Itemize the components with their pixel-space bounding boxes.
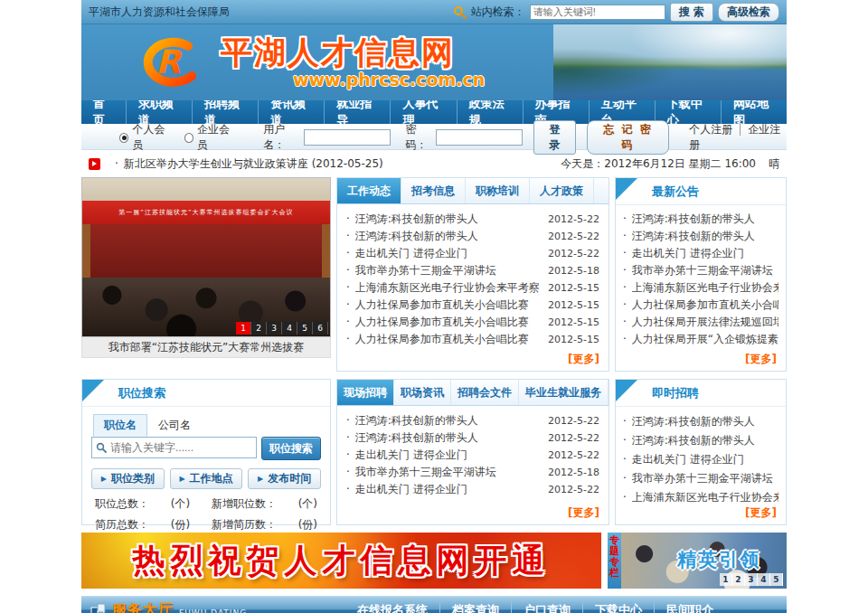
job-search-tab[interactable]: 公司名 bbox=[147, 414, 202, 437]
slideshow-page-button[interactable]: 2 bbox=[251, 322, 267, 335]
nav-item[interactable]: 人事代理 bbox=[391, 100, 457, 124]
announcement-title[interactable]: 汪鸿涛:科技创新的带头人 bbox=[632, 211, 755, 228]
instant-job-title[interactable]: 我市举办第十三期金平湖讲坛 bbox=[632, 469, 773, 488]
footer-link[interactable]: 档案查询 bbox=[440, 602, 512, 613]
footer-link[interactable]: 民间职介 bbox=[655, 602, 725, 613]
news-item[interactable]: · 走出机关门 进得企业门 2012-5-22 bbox=[346, 481, 599, 498]
tab[interactable]: 工作动态 bbox=[337, 178, 401, 203]
tab[interactable]: 人才政策 bbox=[530, 178, 594, 203]
news-title[interactable]: 人力社保局参加市直机关小合唱比赛 bbox=[355, 314, 541, 330]
instant-job-item[interactable]: · 汪鸿涛:科技创新的带头人 bbox=[623, 412, 778, 431]
announcement-item[interactable]: · 汪鸿涛:科技创新的带头人 bbox=[623, 228, 778, 245]
member-type-option[interactable]: 企业会员 bbox=[184, 122, 239, 153]
tab[interactable]: 招聘会文件 bbox=[451, 380, 519, 405]
nav-item[interactable]: 资讯频道 bbox=[259, 100, 325, 124]
personal-register-link[interactable]: 个人注册 bbox=[689, 123, 741, 136]
slideshow-page-button[interactable]: 3 bbox=[267, 322, 282, 335]
more-link[interactable]: [更多] bbox=[745, 353, 777, 365]
announcement-item[interactable]: · 人力社保局参加市直机关小合唱比赛 bbox=[623, 297, 778, 314]
footer-link[interactable]: 户口查询 bbox=[512, 602, 583, 613]
site-logo[interactable]: R bbox=[132, 35, 204, 90]
slideshow-caption[interactable]: 我市部署“江苏技能状元”大赛常州选拔赛 bbox=[81, 337, 331, 358]
announcement-item[interactable]: · 汪鸿涛:科技创新的带头人 bbox=[623, 211, 778, 228]
announcement-item[interactable]: · 上海浦东新区光电子行业协会来平考 bbox=[623, 279, 778, 297]
special-column-photo[interactable]: 精英引领 12345 bbox=[621, 533, 787, 589]
site-search-input[interactable] bbox=[530, 5, 665, 20]
announcement-title[interactable]: 走出机关门 进得企业门 bbox=[632, 245, 744, 262]
nav-item[interactable]: 网站地图 bbox=[722, 100, 787, 124]
announcement-title[interactable]: 人力社保局参加市直机关小合唱比赛 bbox=[632, 297, 778, 314]
news-item[interactable]: · 我市举办第十三期金平湖讲坛 2012-5-18 bbox=[346, 464, 599, 481]
site-search-button[interactable]: 搜 索 bbox=[670, 3, 713, 22]
radio-icon[interactable] bbox=[184, 133, 193, 143]
news-title[interactable]: 我市举办第十三期金平湖讲坛 bbox=[355, 262, 541, 278]
ticker-link[interactable]: 新北区举办大学生创业与就业政策讲座 (2012-05-25) bbox=[124, 156, 383, 172]
instant-job-item[interactable]: · 上海浦东新区光电子行业协会来平考 bbox=[623, 488, 778, 502]
special-column-banner[interactable]: 专题专栏 精英引领 12345 bbox=[608, 533, 787, 589]
news-title[interactable]: 上海浦东新区光电子行业协会来平考察 bbox=[355, 279, 541, 296]
footer-link[interactable]: 下载中心 bbox=[583, 602, 655, 613]
radio-icon[interactable] bbox=[119, 133, 128, 143]
news-item[interactable]: · 我市举办第十三期金平湖讲坛 2012-5-18 bbox=[346, 262, 599, 279]
username-input[interactable] bbox=[304, 129, 391, 146]
news-title[interactable]: 走出机关门 进得企业门 bbox=[355, 245, 541, 261]
more-link[interactable]: [更多] bbox=[568, 353, 599, 365]
more-link[interactable]: [更多] bbox=[568, 506, 599, 519]
news-title[interactable]: 我市举办第十三期金平湖讲坛 bbox=[355, 464, 541, 481]
instant-job-title[interactable]: 汪鸿涛:科技创新的带头人 bbox=[632, 431, 755, 450]
special-column-page-button[interactable]: 1 bbox=[720, 573, 732, 586]
announcement-title[interactable]: 人力社保局开展“入企锻炼提素质” bbox=[632, 331, 778, 348]
nav-item[interactable]: 首页 bbox=[81, 100, 127, 124]
slideshow-page-button[interactable]: 1 bbox=[236, 322, 251, 335]
special-column-page-button[interactable]: 3 bbox=[745, 573, 758, 586]
slideshow-page-button[interactable]: 4 bbox=[282, 322, 297, 335]
news-title[interactable]: 走出机关门 进得企业门 bbox=[355, 481, 541, 498]
news-item[interactable]: · 汪鸿涛:科技创新的带头人 2012-5-22 bbox=[346, 228, 599, 245]
nav-item[interactable]: 就业指导 bbox=[325, 100, 391, 124]
filter-button[interactable]: ▶职位类别 bbox=[91, 468, 165, 489]
news-title[interactable]: 汪鸿涛:科技创新的带头人 bbox=[355, 228, 541, 244]
announcement-item[interactable]: · 我市举办第十三期金平湖讲坛 bbox=[623, 262, 778, 279]
footer-link[interactable]: 在线报名系统 bbox=[345, 602, 440, 613]
slideshow-page-button[interactable]: 6 bbox=[313, 322, 328, 335]
tab[interactable]: 职称培训 bbox=[466, 178, 530, 203]
job-search-tab[interactable]: 职位名 bbox=[93, 414, 147, 437]
special-column-page-button[interactable]: 2 bbox=[732, 573, 745, 586]
member-type-option[interactable]: 个人会员 bbox=[119, 122, 174, 153]
instant-job-item[interactable]: · 走出机关门 进得企业门 bbox=[623, 450, 778, 469]
nav-item[interactable]: 求职频道 bbox=[127, 100, 193, 124]
announcement-title[interactable]: 上海浦东新区光电子行业协会来平考 bbox=[632, 279, 778, 297]
news-title[interactable]: 人力社保局参加市直机关小合唱比赛 bbox=[355, 331, 541, 347]
job-search-button[interactable]: 职位搜索 bbox=[261, 437, 321, 460]
announcement-item[interactable]: · 走出机关门 进得企业门 bbox=[623, 245, 778, 262]
instant-job-title[interactable]: 汪鸿涛:科技创新的带头人 bbox=[632, 412, 755, 431]
announcement-item[interactable]: · 人力社保局开展法律法规巡回培训 bbox=[623, 314, 778, 331]
announcement-title[interactable]: 我市举办第十三期金平湖讲坛 bbox=[632, 262, 773, 279]
news-title[interactable]: 汪鸿涛:科技创新的带头人 bbox=[355, 429, 541, 447]
announcement-item[interactable]: · 人力社保局开展“入企锻炼提素质” bbox=[623, 331, 778, 348]
special-column-page-button[interactable]: 4 bbox=[758, 573, 770, 586]
news-title[interactable]: 汪鸿涛:科技创新的带头人 bbox=[355, 211, 541, 227]
announcement-title[interactable]: 汪鸿涛:科技创新的带头人 bbox=[632, 228, 755, 245]
slideshow-page-button[interactable]: 5 bbox=[297, 322, 313, 335]
instant-job-title[interactable]: 上海浦东新区光电子行业协会来平考 bbox=[632, 488, 778, 502]
password-input[interactable] bbox=[436, 129, 523, 146]
news-item[interactable]: · 走出机关门 进得企业门 2012-5-22 bbox=[346, 245, 599, 262]
news-item[interactable]: · 人力社保局参加市直机关小合唱比赛 2012-5-15 bbox=[346, 297, 599, 314]
advanced-search-button[interactable]: 高级检索 bbox=[718, 3, 779, 22]
instant-job-item[interactable]: · 汪鸿涛:科技创新的带头人 bbox=[623, 431, 778, 450]
tab[interactable]: 现场招聘 bbox=[337, 380, 394, 405]
tab[interactable]: 毕业生就业服务 bbox=[519, 380, 609, 405]
nav-item[interactable]: 招聘频道 bbox=[193, 100, 259, 124]
news-title[interactable]: 人力社保局参加市直机关小合唱比赛 bbox=[355, 297, 541, 313]
news-item[interactable]: · 汪鸿涛:科技创新的带头人 2012-5-22 bbox=[346, 429, 599, 447]
nav-item[interactable]: 政策法规 bbox=[458, 100, 524, 124]
news-item[interactable]: · 人力社保局参加市直机关小合唱比赛 2012-5-15 bbox=[346, 314, 599, 331]
instant-job-title[interactable]: 走出机关门 进得企业门 bbox=[632, 450, 744, 469]
news-title[interactable]: 汪鸿涛:科技创新的带头人 bbox=[355, 412, 541, 429]
news-item[interactable]: · 汪鸿涛:科技创新的带头人 2012-5-22 bbox=[346, 211, 599, 228]
news-item[interactable]: · 上海浦东新区光电子行业协会来平考察 2012-5-15 bbox=[346, 279, 599, 297]
photo-slideshow[interactable]: 第一届“江苏技能状元”大赛常州选拔赛组委会扩大会议 123456 bbox=[81, 177, 331, 337]
news-title[interactable]: 走出机关门 进得企业门 bbox=[355, 447, 541, 464]
news-item[interactable]: · 人力社保局参加市直机关小合唱比赛 2012-5-15 bbox=[346, 331, 599, 348]
